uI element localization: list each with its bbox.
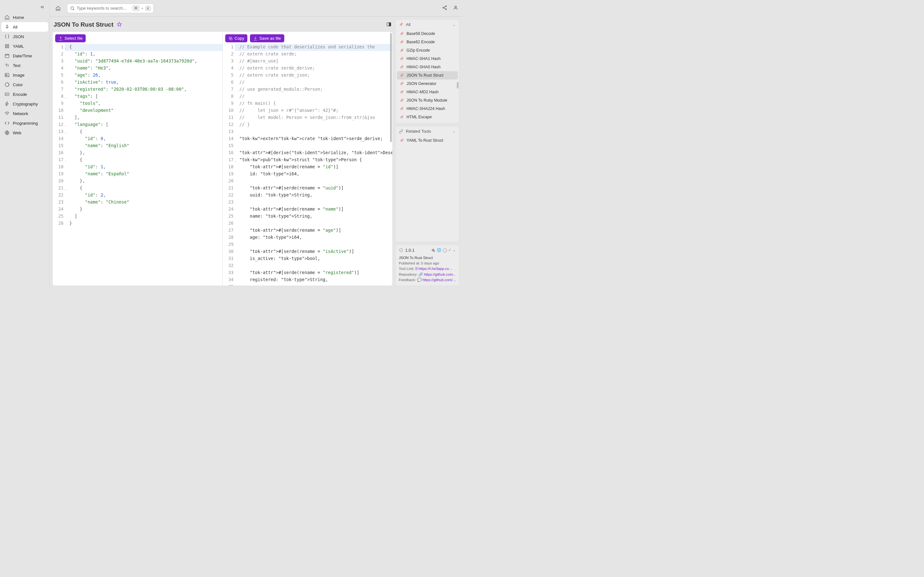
input-editor[interactable]: 1⌄{2 "id": 1,3 "uuid": "3d877494-e7d4-48… [53,32,222,285]
code-line: 7 // use generated_module::Person; [223,86,393,93]
code-line: 25 ] [53,213,222,220]
save-as-file-button[interactable]: Save as file [250,34,284,42]
tool-item[interactable]: 📌HTML Escape [397,113,458,121]
plug-icon[interactable]: 🔌 [431,248,435,252]
globe-icon[interactable]: 🌐 [437,248,441,252]
tool-item[interactable]: 📌JSON To Rust Struct [397,71,458,79]
select-file-label: Select file [65,36,82,41]
pin-icon: 📌 [399,40,404,44]
repo-value[interactable]: https://github.com… [424,272,456,277]
related-list[interactable]: 📌YAML To Rust Struct [396,136,459,147]
tool-label: HMAC-MD2 Hash [407,90,439,94]
sidebar-item-color[interactable]: Color [1,80,48,89]
share-button[interactable] [442,5,447,11]
code-line: 4 "name": "He3", [53,65,222,72]
search-input[interactable] [77,6,131,11]
version-text: 1.0.1 [405,248,415,253]
repo-link-icon: 🔗 [418,272,423,277]
tool-item[interactable]: 📌HMAC-MD2 Hash [397,88,458,96]
check-icon[interactable]: ✓ [448,248,451,252]
related-tools-header[interactable]: Related Tools ⌄ [396,126,459,136]
code-line: 19 id: "tok-type">i64, [223,171,393,178]
tool-item[interactable]: 📌HMAC-SHA224 Hash [397,105,458,113]
sidebar-item-date-time[interactable]: Date/Time [1,51,48,61]
code-line: 14 "id": 0, [53,135,222,143]
svg-rect-4 [5,54,9,58]
copy-button[interactable]: Copy [225,34,247,42]
collapse-sidebar-button[interactable] [37,3,48,13]
copy-label: Copy [234,36,244,41]
feedback-link-icon: 💬 [417,277,422,283]
sidebar-item-image[interactable]: Image [1,70,48,80]
sidebar-item-yaml[interactable]: YAML [1,41,48,51]
tool-item[interactable]: 📌HMAC-SHA0 Hash [397,63,458,71]
code-line: 24 "tok-attr">#[serde(rename = "name")] [223,206,393,213]
code-line: 19 "name": "Español" [53,171,222,178]
sidebar-item-all[interactable]: All [1,22,48,32]
all-tools-header[interactable]: 📌 All ⌄ [396,19,459,29]
code-line: 35 [223,284,393,285]
user-icon [453,5,458,10]
all-label: All [406,22,410,27]
sidebar-item-web[interactable]: Web [1,128,48,137]
pin-icon: 📌 [399,73,404,77]
output-scrollbar[interactable] [390,33,392,284]
tool-link-value[interactable]: https://t.he3app.co… [419,266,453,271]
layout-toggle-button[interactable] [386,22,391,28]
pin-icon: 📌 [399,90,404,94]
sidebar-item-label: Encode [13,92,27,97]
sidebar-item-programming[interactable]: Programming [1,118,48,128]
code-line: 12 // } [223,121,393,129]
tool-link-label: Tool Link: [399,266,415,271]
favorite-button[interactable] [117,22,122,28]
info-icon [399,248,403,252]
topbar: ⌘ + K [50,0,462,17]
right-column: 📌 All ⌄ 📌Base58 Decode📌Base62 Encode📌GZi… [395,19,459,286]
share-icon [442,5,447,10]
github-icon[interactable]: ◯ [443,248,447,252]
tool-item[interactable]: 📌GZip Encode [397,46,458,55]
sidebar-item-text[interactable]: Text [1,61,48,70]
code-line: 6 // [223,79,393,86]
sidebar-item-cryptography[interactable]: Cryptography [1,99,48,109]
tool-item[interactable]: 📌Base58 Decode [397,29,458,38]
code-line: 30 "tok-attr">#[serde(rename = "isActive… [223,248,393,255]
related-label: Related Tools [406,129,431,134]
sidebar-item-encode[interactable]: Encode [1,89,48,99]
select-file-button[interactable]: Select file [55,34,86,42]
tool-label: HMAC-SHA1 Hash [407,56,441,61]
code-line: 27 "tok-attr">#[serde(rename = "age")] [223,227,393,234]
input-pane: Select file 1⌄{2 "id": 1,3 "uuid": "3d87… [53,32,222,285]
code-line: 9 "tools", [53,100,222,107]
tool-list[interactable]: 📌Base58 Decode📌Base62 Encode📌GZip Encode… [396,29,459,123]
split-icon [386,22,391,27]
sidebar-item-label: Programming [13,121,38,126]
sidebar-item-label: Home [13,15,24,20]
tool-item[interactable]: 📌JSON To Ruby Module [397,96,458,105]
editor-panels: Select file 1⌄{2 "id": 1,3 "uuid": "3d87… [52,31,393,286]
sidebar-item-json[interactable]: JSON [1,32,48,41]
tool-item[interactable]: 📌HMAC-SHA1 Hash [397,55,458,63]
wifi-icon [5,111,10,116]
related-tool-item[interactable]: 📌YAML To Rust Struct [397,136,458,145]
text-icon [5,63,10,68]
home-button[interactable] [53,4,63,13]
code-line: 13⌄ { [53,129,222,135]
search-box[interactable]: ⌘ + K [67,3,153,13]
tool-item[interactable]: 📌JSON Generator [397,79,458,88]
chevron-down-icon[interactable]: ⌄ [453,248,456,252]
output-editor[interactable]: 1 // Example code that deserializes and … [223,32,393,285]
sidebar-item-label: Web [13,131,21,135]
copy-icon [228,36,233,41]
user-button[interactable] [453,5,458,11]
code-line: 6 "isActive": true, [53,79,222,86]
tools-scrollbar[interactable] [457,31,459,122]
code-line: 13 [223,129,393,135]
sidebar-item-network[interactable]: Network [1,109,48,118]
tool-label: JSON To Rust Struct [407,73,443,77]
code-line: 8 // [223,93,393,100]
tool-link-icon: ⎘ [415,266,418,271]
tool-item[interactable]: 📌Base62 Encode [397,38,458,46]
feedback-value[interactable]: https://github.com/… [423,277,456,283]
sidebar-item-home[interactable]: Home [1,13,48,22]
